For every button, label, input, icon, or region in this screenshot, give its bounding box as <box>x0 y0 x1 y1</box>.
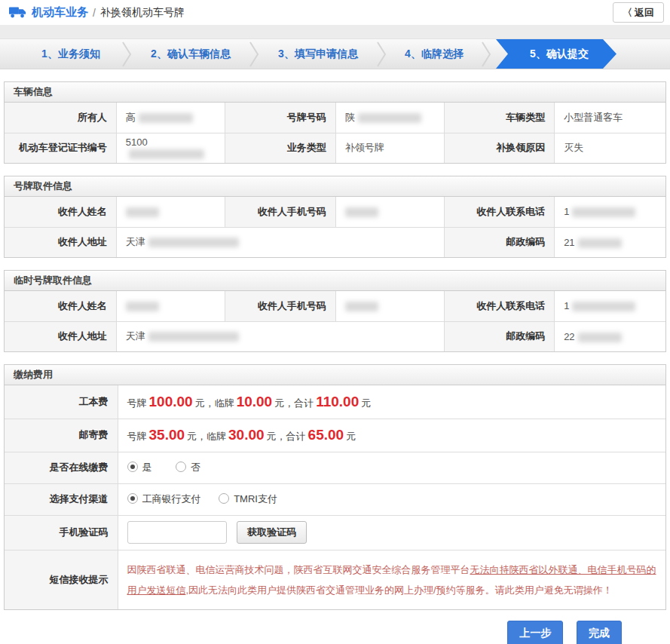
online-payment-no-option[interactable]: 否 <box>176 462 200 473</box>
redacted-value <box>148 238 239 247</box>
back-chevron-icon: 〈 <box>623 6 632 20</box>
online-payment-options: 是 否 <box>118 452 665 483</box>
step-separator-icon <box>482 39 491 69</box>
recipient-mobile-label: 收件人手机号码 <box>225 197 335 227</box>
step-3-application: 3、填写申请信息 <box>262 39 374 69</box>
step-separator-icon <box>249 39 259 69</box>
plate-delivery-table: 收件人姓名 收件人手机号码 收件人联系电话 1 收件人地址 天津 邮政编码 21 <box>5 197 665 257</box>
section-title: 临时号牌取件信息 <box>5 271 665 291</box>
sms-notice-text: 因陕西省联通、电信运营商技术问题，陕西省互联网交通安全综合服务管理平台无法向持陕… <box>118 550 665 609</box>
breadcrumb-separator: / <box>93 7 96 19</box>
zip-code-label: 邮政编码 <box>444 321 554 351</box>
payment-channel-options: 工商银行支付 TMRI支付 <box>118 483 665 515</box>
recipient-name-label: 收件人姓名 <box>5 291 116 321</box>
plate-number-label: 号牌号码 <box>225 103 335 133</box>
step-2-confirm-vehicle: 2、确认车辆信息 <box>135 39 246 69</box>
recipient-phone-label: 收件人联系电话 <box>444 291 554 321</box>
redacted-value <box>358 113 421 123</box>
recipient-address-label: 收件人地址 <box>5 321 116 351</box>
sms-captcha-row: 获取验证码 <box>118 515 665 550</box>
online-payment-yes-option[interactable]: 是 <box>127 462 152 473</box>
section-fees: 缴纳费用 工本费 号牌100.00元，临牌10.00元，合计110.00元 邮寄… <box>4 364 666 610</box>
captcha-input[interactable] <box>127 521 227 544</box>
previous-step-button[interactable]: 上一步 <box>507 621 563 644</box>
redacted-value <box>345 207 378 217</box>
vehicle-type-value: 小型普通客车 <box>555 103 665 133</box>
recipient-phone-value: 1 <box>555 291 665 321</box>
redacted-value <box>345 302 378 311</box>
business-type-value: 补领号牌 <box>335 133 444 163</box>
radio-icbc-label: 工商银行支付 <box>142 493 201 504</box>
replace-reason-label: 补换领原因 <box>444 133 554 163</box>
redacted-value <box>129 149 204 159</box>
redacted-value <box>578 238 622 248</box>
plate-number-value: 陕 <box>335 103 444 133</box>
zip-code-value: 22 <box>555 321 665 351</box>
sms-notice-label: 短信接收提示 <box>5 550 118 609</box>
registration-cert-value: 5100 <box>116 133 225 163</box>
step-5-confirm-submit: 5、确认提交 <box>496 39 616 69</box>
recipient-address-value: 天津 <box>116 227 444 257</box>
replace-reason-value: 灭失 <box>555 133 665 163</box>
recipient-address-label: 收件人地址 <box>5 227 116 257</box>
step-separator-icon <box>377 39 387 69</box>
back-button-label: 返回 <box>635 6 654 20</box>
breadcrumb-current: 补换领机动车号牌 <box>100 6 185 20</box>
radio-tmri[interactable] <box>219 493 229 504</box>
get-captcha-button[interactable]: 获取验证码 <box>237 521 307 544</box>
registration-cert-label: 机动车登记证书编号 <box>5 133 116 163</box>
recipient-phone-value: 1 <box>555 197 665 227</box>
redacted-value <box>126 207 159 217</box>
radio-no[interactable] <box>176 462 186 472</box>
recipient-name-value <box>116 291 225 321</box>
finish-button[interactable]: 完成 <box>577 621 622 644</box>
zip-code-label: 邮政编码 <box>444 227 554 257</box>
radio-yes-label: 是 <box>142 462 152 473</box>
radio-no-label: 否 <box>191 462 200 473</box>
redacted-value <box>139 113 193 123</box>
postage-fee-label: 邮寄费 <box>5 419 118 452</box>
redacted-value <box>126 302 159 311</box>
section-temp-plate-delivery: 临时号牌取件信息 收件人姓名 收件人手机号码 收件人联系电话 1 收件人地址 天… <box>4 270 666 352</box>
temp-plate-delivery-table: 收件人姓名 收件人手机号码 收件人联系电话 1 收件人地址 天津 邮政编码 22 <box>5 291 665 351</box>
radio-tmri-label: TMRI支付 <box>234 493 277 504</box>
recipient-name-value <box>116 197 225 227</box>
step-4-temp-plate: 4、临牌选择 <box>390 39 479 69</box>
section-vehicle-info: 车辆信息 所有人 高 号牌号码 陕 车辆类型 小型普通客车 机动车登记证书编号 … <box>4 81 666 164</box>
channel-tmri-option[interactable]: TMRI支付 <box>219 493 277 504</box>
radio-yes[interactable] <box>127 462 138 472</box>
owner-value: 高 <box>116 103 225 133</box>
section-title: 车辆信息 <box>5 82 665 103</box>
radio-icbc[interactable] <box>127 493 138 504</box>
fees-table: 工本费 号牌100.00元，临牌10.00元，合计110.00元 邮寄费 号牌3… <box>5 385 665 609</box>
recipient-address-value: 天津 <box>116 321 444 351</box>
breadcrumb-root[interactable]: 机动车业务 <box>32 5 88 20</box>
redacted-value <box>578 333 622 342</box>
title-bar: 机动车业务 / 补换领机动车号牌 〈 返回 <box>0 0 670 25</box>
payment-channel-label: 选择支付渠道 <box>5 483 118 515</box>
section-title: 缴纳费用 <box>5 365 665 385</box>
online-payment-label: 是否在线缴费 <box>5 452 118 483</box>
recipient-phone-label: 收件人联系电话 <box>444 197 554 227</box>
back-button[interactable]: 〈 返回 <box>613 2 664 23</box>
section-plate-delivery: 号牌取件信息 收件人姓名 收件人手机号码 收件人联系电话 1 收件人地址 天津 … <box>4 176 666 258</box>
redacted-value <box>572 207 635 217</box>
wizard-steps: 1、业务须知 2、确认车辆信息 3、填写申请信息 4、临牌选择 5、确认提交 <box>0 39 670 69</box>
vehicle-info-table: 所有人 高 号牌号码 陕 车辆类型 小型普通客车 机动车登记证书编号 5100 … <box>5 103 665 163</box>
zip-code-value: 21 <box>555 227 665 257</box>
owner-label: 所有人 <box>5 103 116 133</box>
recipient-name-label: 收件人姓名 <box>5 197 116 227</box>
step-separator-icon <box>122 39 132 69</box>
channel-icbc-option[interactable]: 工商银行支付 <box>127 493 201 504</box>
recipient-mobile-value <box>335 197 444 227</box>
section-title: 号牌取件信息 <box>5 176 665 197</box>
truck-icon <box>9 6 27 19</box>
vehicle-type-label: 车辆类型 <box>444 103 554 133</box>
sms-captcha-label: 手机验证码 <box>5 515 118 550</box>
business-type-label: 业务类型 <box>225 133 335 163</box>
recipient-mobile-value <box>335 291 444 321</box>
redacted-value <box>148 332 239 342</box>
step-1-notice: 1、业务须知 <box>23 39 119 69</box>
footer-actions: 上一步 完成 <box>0 610 670 644</box>
redacted-value <box>572 302 635 311</box>
